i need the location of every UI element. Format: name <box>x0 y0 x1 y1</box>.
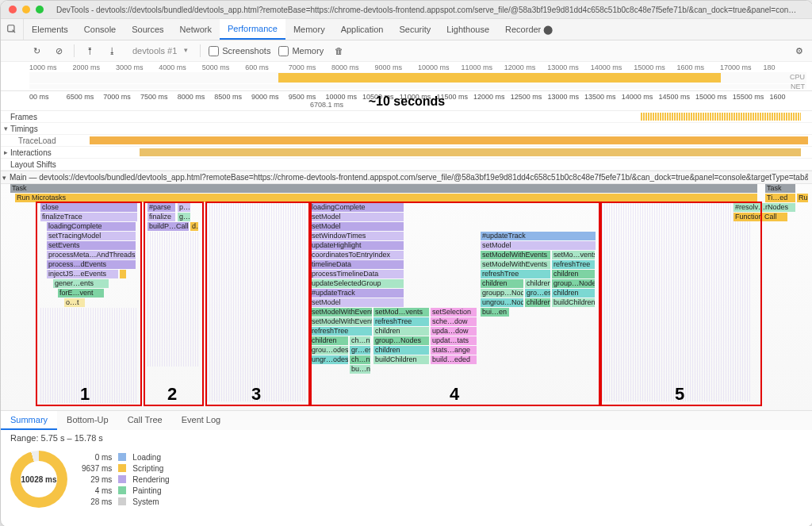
flame-seg[interactable]: ch…n <box>350 355 370 364</box>
flame-seg[interactable]: close <box>40 203 137 212</box>
tab-elements[interactable]: Elements <box>24 19 76 40</box>
flame-seg[interactable]: grou…odes <box>310 346 348 355</box>
flame-seg[interactable]: gr…es <box>350 346 370 355</box>
flame-seg[interactable]: forE…vent <box>58 289 104 298</box>
tab-network[interactable]: Network <box>172 19 220 40</box>
upload-icon[interactable]: ⭱ <box>82 44 97 58</box>
flame-seg[interactable]: coordinatesToEntryIndex <box>310 251 404 259</box>
flame-seg[interactable]: setModelWithEvents <box>481 260 550 269</box>
flame-seg[interactable]: group…Nodes <box>373 336 429 345</box>
flame-chart[interactable]: Task Run Microtasks close finalizeTrace … <box>1 184 812 410</box>
screenshots-checkbox[interactable]: Screenshots <box>209 46 270 56</box>
flame-seg[interactable]: setMod…vents <box>373 308 429 317</box>
flame-seg[interactable]: timelineData <box>310 260 404 269</box>
tab-performance[interactable]: Performance <box>220 19 285 40</box>
flame-seg[interactable]: setModelWithEvents <box>310 308 372 317</box>
flame-seg[interactable]: ch…n <box>350 336 370 345</box>
flame-seg[interactable]: #parse <box>147 203 175 212</box>
flame-axis[interactable]: 00 ms6500 ms7000 ms7500 ms8000 ms8500 ms… <box>1 91 812 111</box>
flame-seg[interactable]: upda…dow <box>431 327 477 336</box>
flame-seg[interactable]: children <box>310 336 348 345</box>
flame-seg[interactable]: children <box>481 279 523 288</box>
flame-task[interactable]: Task <box>10 184 757 193</box>
flame-seg[interactable]: buildChildren <box>552 298 595 307</box>
reload-record-button[interactable]: ↻ <box>29 44 44 58</box>
flame-seg[interactable]: build…eded <box>431 355 477 364</box>
flame-seg[interactable]: children <box>552 270 595 278</box>
flame-seg[interactable]: setModelWithEvents <box>481 251 550 259</box>
track-timings[interactable]: ▾Timings <box>1 123 812 135</box>
flame-seg[interactable]: refreshTree <box>310 327 372 336</box>
flame-seg[interactable] <box>120 270 126 278</box>
flame-seg[interactable]: gener…ents <box>53 279 109 288</box>
flame-seg[interactable]: Function Call <box>733 213 787 221</box>
flame-seg[interactable]: bui…en <box>481 308 509 317</box>
flame-seg[interactable]: refreshTree <box>481 270 550 278</box>
clear-button[interactable]: ⊘ <box>52 44 66 58</box>
flame-seg[interactable]: processMeta…AndThreads <box>47 251 136 259</box>
flame-seg[interactable]: refreshTree <box>552 260 595 269</box>
flame-seg[interactable]: Task <box>765 184 795 193</box>
flame-seg[interactable]: children <box>373 346 429 355</box>
zoom-window-icon[interactable] <box>36 6 44 13</box>
memory-checkbox[interactable]: Memory <box>278 46 324 56</box>
flame-seg[interactable]: injectJS…eEvents <box>47 270 118 278</box>
tab-security[interactable]: Security <box>391 19 439 40</box>
flame-seg[interactable]: setWindowTimes <box>310 232 404 240</box>
tab-lighthouse[interactable]: Lighthouse <box>439 19 497 40</box>
flame-microtasks[interactable]: Run Microtasks <box>15 194 757 202</box>
minimize-window-icon[interactable] <box>22 6 30 13</box>
btab-summary[interactable]: Summary <box>1 411 57 430</box>
flame-seg[interactable]: process…dEvents <box>47 260 136 269</box>
flame-seg[interactable]: loadingComplete <box>47 222 136 231</box>
flame-seg[interactable]: refreshTree <box>373 317 429 326</box>
flame-seg[interactable]: d… <box>190 222 198 231</box>
flame-seg[interactable]: group…Nodes <box>552 279 595 288</box>
btab-eventlog[interactable]: Event Log <box>172 411 231 430</box>
trash-icon[interactable]: 🗑 <box>331 44 346 58</box>
flame-seg[interactable]: children <box>373 327 429 336</box>
flame-seg[interactable]: setModel <box>310 222 404 231</box>
track-traceload[interactable]: TraceLoad <box>1 135 812 147</box>
flame-seg[interactable]: ungrou…Nodes <box>481 298 523 307</box>
flame-seg[interactable]: buildChildren <box>373 355 429 364</box>
flame-seg[interactable]: Ru…ks <box>797 194 808 202</box>
flame-seg[interactable]: stats…ange <box>431 346 477 355</box>
flame-seg[interactable]: loadingComplete <box>310 203 404 212</box>
tab-memory[interactable]: Memory <box>285 19 333 40</box>
flame-seg[interactable]: setSelection <box>431 308 477 317</box>
flame-seg[interactable]: o…t <box>64 298 85 307</box>
flame-seg[interactable]: #resolv…rNodes <box>733 203 795 212</box>
flame-seg[interactable]: finalizeTrace <box>40 213 137 221</box>
flame-seg[interactable]: updateHighlight <box>310 241 404 250</box>
flame-seg[interactable]: p… <box>178 203 190 212</box>
flame-seg[interactable]: updat…tats <box>431 336 477 345</box>
flame-seg[interactable]: g… <box>178 213 190 221</box>
record-button[interactable] <box>7 44 21 58</box>
flame-seg[interactable]: setModel <box>310 298 404 307</box>
flame-seg[interactable]: children <box>525 298 550 307</box>
flame-seg[interactable]: #updateTrack <box>310 289 404 298</box>
flame-seg[interactable]: setTracingModel <box>47 232 136 240</box>
overview-pane[interactable]: 1000 ms2000 ms3000 ms4000 ms5000 ms600 m… <box>1 62 812 91</box>
flame-seg[interactable]: setModel <box>481 241 596 250</box>
track-frames[interactable]: Frames <box>1 111 812 123</box>
flame-seg[interactable]: setEvents <box>47 241 136 250</box>
flame-seg[interactable]: buildP…Calls <box>147 222 189 231</box>
tab-console[interactable]: Console <box>76 19 124 40</box>
track-main-header[interactable]: ▾Main — devtools://devtools/bundled/devt… <box>1 171 812 184</box>
btab-calltree[interactable]: Call Tree <box>118 411 172 430</box>
flame-seg[interactable]: sche…dow <box>431 317 477 326</box>
tab-sources[interactable]: Sources <box>124 19 171 40</box>
flame-seg[interactable]: processTimelineData <box>310 270 404 278</box>
close-window-icon[interactable] <box>9 6 17 13</box>
flame-seg[interactable]: children <box>525 279 550 288</box>
flame-seg[interactable]: bu…n <box>350 365 370 374</box>
flame-seg[interactable]: children <box>552 289 595 298</box>
tab-application[interactable]: Application <box>333 19 392 40</box>
flame-seg[interactable]: gro…es <box>525 289 550 298</box>
track-layoutshifts[interactable]: Layout Shifts <box>1 159 812 171</box>
recording-dropdown[interactable]: devtools #1 <box>127 44 192 58</box>
track-interactions[interactable]: ▸Interactions <box>1 147 812 159</box>
flame-seg[interactable]: groupp…Nodes <box>481 289 523 298</box>
